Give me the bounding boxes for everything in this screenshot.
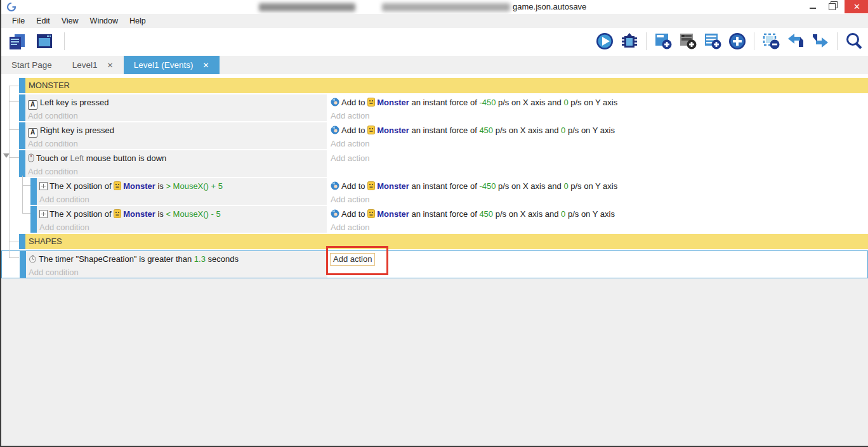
event-gutter xyxy=(1,178,30,205)
event-row-selected[interactable]: The timer "ShapeCreation" is greater tha… xyxy=(1,250,868,278)
event-group-monster[interactable]: MONSTER xyxy=(1,78,868,93)
redo-icon[interactable] xyxy=(810,31,831,51)
events-sheet: MONSTER ALeft key is pressed Add conditi… xyxy=(1,74,868,446)
event-gutter xyxy=(1,122,19,149)
action-value: 0 xyxy=(561,126,565,135)
add-condition-link[interactable]: Add condition xyxy=(29,266,324,278)
conditions-column[interactable]: The timer "ShapeCreation" is greater tha… xyxy=(26,251,327,278)
add-action-link[interactable]: Add action xyxy=(331,193,864,205)
menu-file[interactable]: File xyxy=(6,16,30,25)
timer-icon xyxy=(29,254,37,266)
add-action-link[interactable]: Add action xyxy=(331,110,864,122)
group-label: SHAPES xyxy=(25,234,868,249)
conditions-column[interactable]: The X position of Monster is > MouseX() … xyxy=(37,178,327,205)
timer-name: "ShapeCreation" xyxy=(76,254,137,264)
search-icon[interactable] xyxy=(844,31,864,51)
menu-edit[interactable]: Edit xyxy=(30,16,56,25)
menu-window[interactable]: Window xyxy=(84,16,124,25)
menu-help[interactable]: Help xyxy=(124,16,152,25)
action-text: Add to xyxy=(341,126,365,135)
action-value: -450 xyxy=(479,181,496,191)
add-comment-icon[interactable] xyxy=(702,31,723,51)
tab-start-page[interactable]: Start Page xyxy=(1,56,62,74)
tab-level1-events[interactable]: Level1 (Events) ✕ xyxy=(124,56,220,74)
event-color-bar xyxy=(20,251,26,278)
tree-tick xyxy=(9,157,19,158)
monster-object-icon xyxy=(367,181,375,193)
restore-icon xyxy=(829,3,836,10)
event-group-shapes[interactable]: SHAPES xyxy=(1,234,868,249)
tab-level1[interactable]: Level1 ✕ xyxy=(62,56,124,74)
action-value: 450 xyxy=(479,126,493,135)
condition-text: mouse button is down xyxy=(86,153,166,163)
close-tab-icon[interactable]: ✕ xyxy=(202,61,209,70)
sub-event-row[interactable]: The X position of Monster is < MouseX() … xyxy=(1,206,868,233)
delete-event-icon[interactable] xyxy=(761,31,781,51)
monster-object-icon xyxy=(367,126,375,138)
object-name: Monster xyxy=(123,209,155,219)
tree-tick xyxy=(22,185,30,186)
conditions-column[interactable]: The X position of Monster is < MouseX() … xyxy=(37,206,327,233)
condition-text: Left key is pressed xyxy=(40,98,109,107)
add-action-link[interactable]: Add action xyxy=(331,221,864,233)
add-action-link[interactable]: Add action xyxy=(331,152,864,164)
conditions-column[interactable]: Touch or Left mouse button is down Add c… xyxy=(25,150,327,177)
event-row[interactable]: Touch or Left mouse button is down Add c… xyxy=(1,150,868,177)
actions-column[interactable]: Add to Monster an instant force of -450 … xyxy=(327,178,868,205)
actions-column[interactable]: Add to Monster an instant force of -450 … xyxy=(327,94,868,121)
add-event-icon[interactable] xyxy=(653,31,673,51)
project-manager-icon[interactable] xyxy=(6,31,27,51)
menu-view[interactable]: View xyxy=(56,16,84,25)
condition-text: The timer xyxy=(39,254,74,264)
add-condition-link[interactable]: Add condition xyxy=(28,165,323,178)
conditions-column[interactable]: ALeft key is pressed Add condition xyxy=(25,94,327,121)
minimize-button[interactable] xyxy=(805,0,821,13)
close-tab-icon[interactable]: ✕ xyxy=(107,61,114,70)
tree-tick xyxy=(9,129,19,130)
force-icon xyxy=(331,98,339,110)
event-color-bar xyxy=(19,234,25,249)
actions-column[interactable]: Add to Monster an instant force of 450 p… xyxy=(327,122,868,149)
tree-tick xyxy=(9,242,19,242)
actions-column[interactable]: Add action xyxy=(327,150,868,177)
minimize-icon xyxy=(810,8,816,9)
add-condition-link[interactable]: Add condition xyxy=(39,221,323,233)
collapse-arrow-icon[interactable] xyxy=(3,153,10,158)
event-color-bar xyxy=(30,178,37,205)
add-new-icon[interactable] xyxy=(727,31,747,51)
event-row[interactable]: ARight key is pressed Add condition Add … xyxy=(1,122,868,149)
position-icon xyxy=(39,209,48,221)
tree-tick xyxy=(22,213,30,214)
add-action-link[interactable]: Add action xyxy=(331,138,864,150)
monster-object-icon xyxy=(114,181,121,193)
add-condition-link[interactable]: Add condition xyxy=(39,193,323,205)
keyboard-key-icon: A xyxy=(28,100,37,110)
toolbar-divider xyxy=(646,32,647,50)
condition-text: Touch or xyxy=(36,153,68,163)
action-text: Add to xyxy=(341,209,365,219)
event-color-bar xyxy=(19,122,25,149)
sub-event-row[interactable]: The X position of Monster is > MouseX() … xyxy=(1,178,868,205)
play-icon[interactable] xyxy=(595,31,615,51)
add-condition-link[interactable]: Add condition xyxy=(28,138,323,150)
debug-icon[interactable] xyxy=(619,31,640,51)
condition-param: Left xyxy=(70,153,84,163)
condition-text: The X position of xyxy=(49,181,112,191)
action-text: an instant force of xyxy=(411,126,477,135)
object-name: Monster xyxy=(123,181,155,191)
restore-button[interactable] xyxy=(824,0,840,13)
event-row[interactable]: ALeft key is pressed Add condition Add t… xyxy=(1,94,868,121)
action-value: 0 xyxy=(563,98,568,107)
actions-column[interactable]: Add action xyxy=(327,251,867,278)
conditions-column[interactable]: ARight key is pressed Add condition xyxy=(25,122,327,149)
add-subevent-icon[interactable] xyxy=(678,31,698,51)
add-action-button-focused[interactable]: Add action xyxy=(330,253,375,266)
start-page-icon[interactable] xyxy=(34,31,55,51)
actions-column[interactable]: Add to Monster an instant force of 450 p… xyxy=(327,206,868,233)
close-button[interactable]: ✕ xyxy=(845,0,868,13)
object-name: Monster xyxy=(377,209,409,219)
object-name: Monster xyxy=(377,181,409,191)
add-condition-link[interactable]: Add condition xyxy=(28,110,323,122)
undo-icon[interactable] xyxy=(786,31,806,51)
condition-expression: < MouseX() - 5 xyxy=(166,209,220,219)
